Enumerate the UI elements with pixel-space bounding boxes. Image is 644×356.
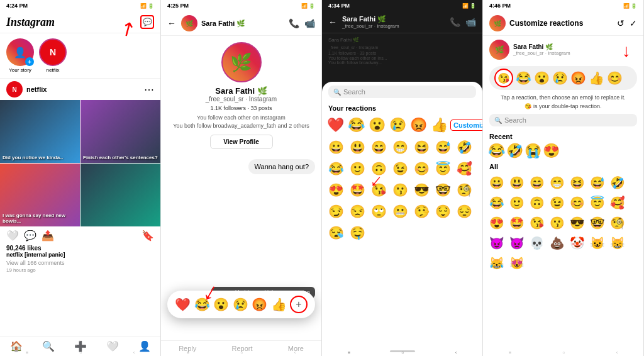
yr-heart[interactable]: ❤️ (326, 116, 345, 135)
e9[interactable]: 🙂 (347, 159, 367, 179)
a6[interactable]: 😅 (587, 173, 607, 192)
a12[interactable]: 😊 (567, 193, 587, 213)
e25[interactable]: 😬 (390, 201, 410, 221)
e13[interactable]: 😇 (433, 159, 453, 179)
e26[interactable]: 🤥 (411, 201, 431, 221)
recent-1[interactable]: 😂 (488, 143, 505, 159)
e1[interactable]: 😀 (326, 137, 346, 157)
back-button[interactable]: ← (167, 18, 176, 28)
p4-refresh-icon[interactable]: ↺ (617, 18, 625, 28)
reaction-thumbs[interactable]: 👍 (271, 297, 287, 312)
reaction-sad[interactable]: 😢 (233, 297, 248, 312)
yr-thumbs[interactable]: 👍 (430, 116, 449, 135)
e16[interactable]: 🤩 (347, 180, 367, 200)
a5[interactable]: 😆 (567, 173, 587, 192)
recent-4[interactable]: 😍 (543, 143, 560, 159)
e20[interactable]: 🤓 (433, 180, 453, 200)
e15[interactable]: 😍 (326, 180, 346, 200)
e5[interactable]: 😆 (411, 137, 431, 157)
a26[interactable]: 🤡 (567, 233, 587, 253)
p3-video-icon[interactable]: 📹 (465, 17, 476, 27)
video-icon[interactable]: 📹 (304, 18, 315, 28)
p4-e7[interactable]: 😊 (607, 70, 623, 86)
a22[interactable]: 😈 (487, 233, 506, 253)
a1[interactable]: 😀 (487, 173, 506, 192)
e29[interactable]: 😪 (326, 223, 346, 243)
a20[interactable]: 🤓 (587, 213, 607, 233)
p4-e3[interactable]: 😮 (534, 70, 550, 86)
e6[interactable]: 😅 (433, 137, 453, 157)
e19[interactable]: 😎 (411, 180, 431, 200)
yr-angry[interactable]: 😡 (409, 116, 428, 135)
yr-laugh[interactable]: 😂 (347, 116, 366, 135)
view-comments[interactable]: View all 166 comments (0, 259, 160, 267)
p3-phone-icon[interactable]: 📞 (450, 17, 460, 27)
e12[interactable]: 😊 (411, 159, 431, 179)
reaction-add-btn[interactable]: + (290, 296, 308, 313)
a19[interactable]: 😎 (567, 213, 587, 233)
p4-e4[interactable]: 😢 (552, 70, 568, 86)
a23[interactable]: 👿 (507, 233, 526, 253)
e18[interactable]: 😗 (390, 180, 410, 200)
messenger-icon[interactable]: 💬 (140, 15, 154, 29)
e28[interactable]: 😔 (454, 201, 474, 221)
a30[interactable]: 😻 (507, 253, 526, 273)
e7[interactable]: 🤣 (454, 137, 474, 157)
a27[interactable]: 😺 (587, 233, 607, 253)
e21[interactable]: 🧐 (454, 180, 474, 200)
reaction-angry[interactable]: 😡 (252, 297, 267, 312)
e22[interactable]: 😏 (326, 201, 346, 221)
e3[interactable]: 😄 (369, 137, 389, 157)
reaction-heart[interactable]: ❤️ (175, 297, 191, 312)
heart-icon[interactable]: 🤍 (6, 230, 19, 242)
p4-e5[interactable]: 😡 (570, 70, 586, 86)
p4-e2[interactable]: 😂 (516, 70, 531, 86)
share-icon[interactable]: 📤 (42, 230, 54, 242)
p3-search-input[interactable]: Search (343, 88, 365, 96)
a29[interactable]: 😹 (487, 253, 506, 273)
a10[interactable]: 🙃 (527, 193, 547, 213)
e4[interactable]: 😁 (390, 137, 410, 157)
a8[interactable]: 😂 (487, 193, 506, 213)
a28[interactable]: 😸 (608, 233, 627, 253)
a17[interactable]: 😘 (527, 213, 547, 233)
yr-wow[interactable]: 😮 (367, 116, 387, 135)
p4-check-icon[interactable]: ✓ (630, 18, 637, 28)
e8[interactable]: 😂 (326, 159, 346, 179)
e27[interactable]: 😌 (433, 201, 453, 221)
recent-3[interactable]: 😭 (525, 143, 541, 159)
p3-back-btn[interactable]: ← (328, 17, 337, 27)
a24[interactable]: 💀 (527, 233, 547, 253)
e30[interactable]: 🤤 (347, 223, 367, 243)
a25[interactable]: 💩 (547, 233, 567, 253)
a21[interactable]: 🧐 (608, 213, 627, 233)
a14[interactable]: 🥰 (608, 193, 627, 213)
e14[interactable]: 🥰 (454, 159, 474, 179)
a13[interactable]: 😇 (587, 193, 607, 213)
your-story[interactable]: 👤 + Your story (6, 38, 34, 73)
recent-2[interactable]: 🤣 (506, 143, 523, 159)
comment-icon[interactable]: 💬 (24, 230, 36, 242)
a18[interactable]: 😗 (547, 213, 567, 233)
post-more-icon[interactable]: ⋯ (144, 84, 154, 96)
yr-sad[interactable]: 😢 (388, 116, 408, 135)
a15[interactable]: 😍 (487, 213, 506, 233)
customize-btn[interactable]: Customize (450, 120, 482, 131)
e23[interactable]: 😒 (347, 201, 367, 221)
a11[interactable]: 😉 (547, 193, 567, 213)
p4-e6[interactable]: 👍 (589, 70, 604, 86)
save-icon[interactable]: 🔖 (142, 230, 154, 242)
e24[interactable]: 🙄 (369, 201, 389, 221)
netflix-story[interactable]: N netflix (39, 38, 67, 73)
a3[interactable]: 😄 (527, 173, 547, 192)
phone-icon[interactable]: 📞 (289, 18, 299, 28)
view-profile-btn[interactable]: View Profile (210, 135, 273, 149)
reaction-wow[interactable]: 😮 (213, 297, 229, 312)
a2[interactable]: 😃 (507, 173, 526, 192)
p4-search-input[interactable]: Search (504, 116, 526, 124)
a16[interactable]: 🤩 (507, 213, 526, 233)
a7[interactable]: 🤣 (608, 173, 627, 192)
a9[interactable]: 🙂 (507, 193, 526, 213)
e11[interactable]: 😉 (390, 159, 410, 179)
a4[interactable]: 😁 (547, 173, 567, 192)
